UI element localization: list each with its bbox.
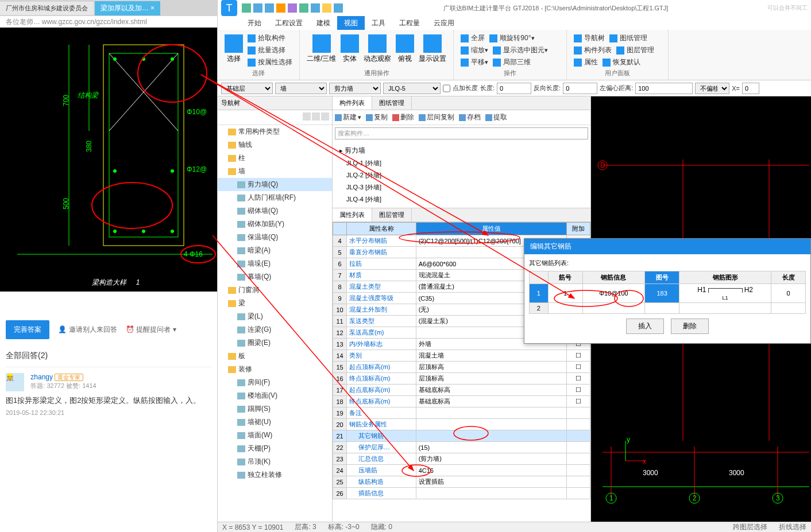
- top-view-button[interactable]: 俯视: [393, 32, 416, 66]
- tree-skirt[interactable]: 踢脚(S): [218, 402, 332, 415]
- pick-button[interactable]: 拾取构件: [245, 32, 295, 44]
- prop-button[interactable]: 属性: [571, 56, 600, 68]
- property-row[interactable]: 17起点底标高(m)基础底标高☐: [333, 385, 590, 396]
- tree-decoration[interactable]: 装修: [218, 363, 332, 376]
- qat-undo-icon[interactable]: [253, 3, 262, 13]
- tree-beam-l[interactable]: 梁(L): [218, 310, 332, 323]
- improve-answer-button[interactable]: 完善答案: [6, 320, 49, 339]
- tree-insulation[interactable]: 保温墙(Q): [218, 231, 332, 244]
- qat-save-icon[interactable]: [242, 3, 251, 13]
- property-row[interactable]: 22保护层厚…(15): [333, 442, 590, 453]
- qat-redo-icon[interactable]: [265, 3, 274, 13]
- property-row[interactable]: 16终点顶标高(m)层顶标高☐: [333, 373, 590, 385]
- menu-settings[interactable]: 工程设置: [268, 16, 310, 30]
- tree-beam-g[interactable]: 连梁(G): [218, 323, 332, 336]
- menu-tools[interactable]: 工具: [365, 16, 392, 30]
- tree-wainscot[interactable]: 墙裙(U): [218, 415, 332, 429]
- tree-wall[interactable]: 墙: [218, 165, 332, 178]
- comp-item[interactable]: JLQ-1 [外墙]: [335, 157, 588, 169]
- show-selected-button[interactable]: 显示选中图元 ▾: [491, 44, 550, 56]
- 2d3d-button[interactable]: 二维/三维: [304, 32, 338, 66]
- ecc-input[interactable]: [635, 83, 693, 94]
- delete-rebar-button[interactable]: 删除: [671, 319, 709, 334]
- property-row[interactable]: 21其它钢筋: [333, 430, 590, 442]
- tab-layer-mgr[interactable]: 图层管理: [372, 208, 412, 222]
- insert-button[interactable]: 插入: [626, 319, 664, 334]
- view-list-icon[interactable]: [303, 112, 311, 121]
- tab-component-list[interactable]: 构件列表: [333, 96, 372, 110]
- qat-icon[interactable]: [288, 3, 297, 13]
- tree-room[interactable]: 房间(F): [218, 376, 332, 389]
- comp-list-button[interactable]: 构件列表: [571, 44, 614, 56]
- tree-colfin[interactable]: 独立柱装修: [218, 468, 332, 481]
- qat-icon[interactable]: [334, 3, 343, 13]
- close-icon[interactable]: ×: [150, 4, 155, 12]
- browser-tab-1[interactable]: 厂州市住房和城乡建设委员会: [0, 2, 94, 15]
- menu-start[interactable]: 开始: [241, 16, 268, 30]
- tree-suspended[interactable]: 吊顶(K): [218, 455, 332, 468]
- layer-mgr-button[interactable]: 图层管理: [614, 44, 656, 56]
- search-input[interactable]: 搜索构件…: [335, 127, 588, 139]
- username[interactable]: zhangy: [30, 373, 53, 381]
- tab-property-list[interactable]: 属性列表: [333, 208, 372, 222]
- tree-beam[interactable]: 梁: [218, 297, 332, 310]
- offset-select[interactable]: 不偏移: [695, 83, 729, 94]
- view-tree-icon[interactable]: [321, 112, 329, 121]
- tree-curtain[interactable]: 幕墙(Q): [218, 270, 332, 284]
- tree-beam-e[interactable]: 圈梁(E): [218, 336, 332, 350]
- comp-item[interactable]: JLQ-3 [外墙]: [335, 181, 588, 193]
- property-row[interactable]: 25纵筋构造设置插筋: [333, 476, 590, 488]
- menu-view[interactable]: 视图: [337, 16, 365, 30]
- tree-slab[interactable]: 板: [218, 350, 332, 363]
- qat-icon[interactable]: [276, 3, 285, 13]
- tree-opening[interactable]: 门窗洞: [218, 284, 332, 297]
- tree-infill[interactable]: 砌体加筋(Y): [218, 218, 332, 231]
- tree-hidden-beam[interactable]: 暗梁(A): [218, 244, 332, 257]
- zoom-button[interactable]: 缩放 ▾: [458, 44, 491, 56]
- select-button[interactable]: 选择: [222, 32, 245, 68]
- menu-model[interactable]: 建模: [310, 16, 337, 30]
- tree-ceiling[interactable]: 天棚(P): [218, 442, 332, 455]
- dynamic-view-button[interactable]: 动态观察: [361, 32, 393, 66]
- new-button[interactable]: 新建 ▾: [335, 112, 361, 122]
- status-cross[interactable]: 跨图层选择: [733, 522, 767, 532]
- tree-wallfin[interactable]: 墙面(W): [218, 429, 332, 442]
- comp-item[interactable]: JLQ-4 [外墙]: [335, 193, 588, 205]
- nav-tree-button[interactable]: 导航树: [571, 32, 607, 44]
- property-row[interactable]: 20钢筋业务属性: [333, 419, 590, 430]
- tree-column[interactable]: 柱: [218, 152, 332, 165]
- property-row[interactable]: 14类别混凝土墙☐: [333, 350, 590, 362]
- browser-tab-2[interactable]: 梁加厚以及加… ×: [95, 1, 160, 15]
- display-settings-button[interactable]: 显示设置: [416, 32, 449, 66]
- copy-button[interactable]: 复制: [366, 112, 388, 122]
- property-row[interactable]: 19备注: [333, 407, 590, 419]
- archive-button[interactable]: 存档: [459, 112, 481, 122]
- comp-root[interactable]: ▸ 剪力墙: [335, 144, 588, 157]
- category-select[interactable]: 墙: [275, 83, 327, 94]
- tree-shear-wall[interactable]: 剪力墙(Q): [218, 178, 332, 191]
- comp-item[interactable]: JLQ-2 [外墙]: [335, 169, 588, 181]
- property-row[interactable]: 26插筋信息: [333, 488, 590, 499]
- tree-axis[interactable]: 轴线: [218, 138, 332, 152]
- pan-button[interactable]: 平移 ▾: [458, 56, 491, 68]
- x-input[interactable]: [742, 83, 759, 94]
- floor-select[interactable]: 基础层: [221, 83, 273, 94]
- solid-button[interactable]: 实体: [338, 32, 361, 66]
- tree-civil-wall[interactable]: 人防门框墙(RF): [218, 191, 332, 204]
- tree-lintel[interactable]: 墙垛(E): [218, 257, 332, 270]
- local-3d-button[interactable]: 局部三维: [491, 56, 533, 68]
- rotate-button[interactable]: 顺旋转90° ▾: [487, 32, 536, 44]
- tree-floorfin[interactable]: 楼地面(V): [218, 389, 332, 402]
- remind-link[interactable]: ⏰ 提醒提问者 ▾: [126, 325, 176, 333]
- filter-select-button[interactable]: 按属性选择: [245, 56, 295, 68]
- restore-button[interactable]: 恢复默认: [600, 56, 643, 68]
- fullscreen-button[interactable]: 全屏: [458, 32, 487, 44]
- intercopy-button[interactable]: 层间复制: [419, 112, 454, 122]
- property-row[interactable]: 24压墙筋4C16: [333, 465, 590, 476]
- view-grid-icon[interactable]: [312, 112, 320, 121]
- status-fold[interactable]: 折线选择: [779, 522, 806, 532]
- type-select[interactable]: 剪力墙: [329, 83, 381, 94]
- tab-drawing-mgr[interactable]: 图纸管理: [372, 96, 412, 110]
- delete-button[interactable]: 删除: [392, 112, 414, 122]
- menu-cloud[interactable]: 云应用: [427, 16, 461, 30]
